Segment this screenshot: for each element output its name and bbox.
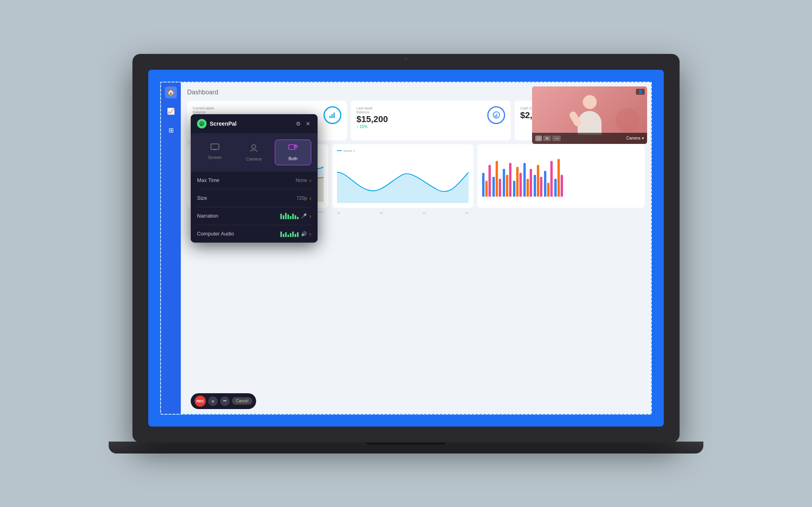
svg-rect-5 [496,114,497,117]
screen-bezel: 🏠 📈 ⊞ Dashboard [148,70,664,427]
computer-audio-value: 🔊 › [280,231,311,237]
bar-chart [482,153,640,197]
dialog-header: ScreenPal ⚙ ✕ [191,114,318,133]
max-time-row[interactable]: Max Time None › [197,172,311,189]
max-time-value: None › [296,177,311,184]
narration-audio-bars [280,213,299,219]
mode-tabs: Screen [191,133,318,172]
narration-row[interactable]: Narration [197,207,311,225]
laptop-base [109,442,703,453]
sidebar-item-chart[interactable]: 📈 [165,105,177,117]
size-row[interactable]: Size 720p › [197,189,311,207]
dialog-logo: ScreenPal [197,119,237,128]
camera-label: Camera ▾ [626,136,644,140]
screen-mode-label: Screen [208,155,222,160]
last-week-label: Last week [356,106,388,110]
settings-button[interactable]: ⚙ [295,120,302,128]
both-mode-icon [288,144,298,154]
narration-label: Narration [197,213,218,219]
right-line-chart-card: Series 1 01020304 [332,144,473,208]
mode-tab-camera[interactable]: Camera [236,140,272,165]
toolbar-list-icon-btn[interactable]: ≡ [208,396,218,406]
rec-toolbar: REC ≡ ✏ Cancel [191,393,256,409]
svg-point-15 [295,145,297,147]
size-value: 720p › [297,195,311,201]
computer-audio-label: Computer Audio [197,231,234,237]
max-time-label: Max Time [197,177,219,183]
rec-button[interactable]: REC [195,396,206,407]
camera-preview-corner-icon: 👤 [636,89,645,95]
right-line-chart-svg [337,154,469,208]
mode-tab-both[interactable]: Both [275,140,311,165]
camera-controls-bar: □ ⊟ — Camera ▾ [532,133,647,144]
laptop-shell: 🏠 📈 ⊞ Dashboard [132,54,680,442]
mode-tab-screen[interactable]: Screen [197,140,233,165]
settings-section: Max Time None › Size [191,172,318,243]
svg-point-12 [252,145,256,149]
size-label: Size [197,195,207,201]
size-arrow: › [309,195,311,201]
svg-rect-0 [329,116,331,118]
computer-audio-arrow: › [309,231,311,237]
camera-mode-label: Camera [246,157,261,161]
trend-indicator: ↑ 15% [356,124,388,129]
sidebar-item-grid[interactable]: ⊞ [165,124,177,136]
close-button[interactable]: ✕ [305,120,311,128]
cam-size-btn-2[interactable]: ⊟ [543,136,551,141]
last-week-card: Last week Balance $15,200 ↑ 15% [351,101,511,140]
screen-background: 🏠 📈 ⊞ Dashboard [148,70,664,427]
person-head [583,95,597,109]
svg-point-7 [199,121,204,126]
svg-rect-1 [331,114,333,118]
both-mode-label: Both [289,156,298,161]
narration-arrow: › [309,213,311,219]
main-content: Dashboard Current week Balance $12,940 [181,82,651,414]
sidebar: 🏠 📈 ⊞ [161,82,181,414]
svg-rect-9 [211,144,219,149]
current-week-icon [324,106,341,124]
svg-point-8 [201,123,201,124]
cancel-button[interactable]: Cancel [232,397,252,405]
last-week-icon [487,106,505,124]
current-week-label: Current week [193,106,224,110]
narration-value: 🎤 › [280,213,311,219]
person-body [578,111,601,135]
last-week-value: $15,200 [356,114,388,124]
dashboard-window: 🏠 📈 ⊞ Dashboard [160,82,652,415]
cam-size-btn-1[interactable]: □ [535,136,542,141]
svg-rect-4 [495,115,496,117]
computer-audio-bars [280,231,299,237]
dialog-header-actions: ⚙ ✕ [295,120,311,128]
computer-audio-row[interactable]: Computer Audio [197,225,311,243]
camera-preview: 👤 □ ⊟ — Camera ▾ [532,86,647,144]
cam-size-btn-3[interactable]: — [552,136,561,141]
webcam-dot [404,57,408,60]
narration-mic-icon: 🎤 [301,213,307,219]
balance-label-2: Balance [356,110,388,114]
screenpal-dialog: ScreenPal ⚙ ✕ [191,114,318,243]
bar-chart-card [477,144,645,208]
right-chart-x-labels: 01020304 [337,211,469,215]
camera-mode-icon [250,143,258,154]
balance-label-1: Balance [193,110,224,114]
logo-icon [197,119,207,128]
toolbar-edit-icon-btn[interactable]: ✏ [220,396,230,406]
svg-rect-2 [333,113,335,118]
computer-audio-speaker-icon: 🔊 [301,231,307,237]
max-time-arrow: › [309,177,311,184]
logo-text: ScreenPal [210,121,237,127]
sidebar-item-home[interactable]: 🏠 [165,86,177,98]
screen-mode-icon [211,143,219,153]
